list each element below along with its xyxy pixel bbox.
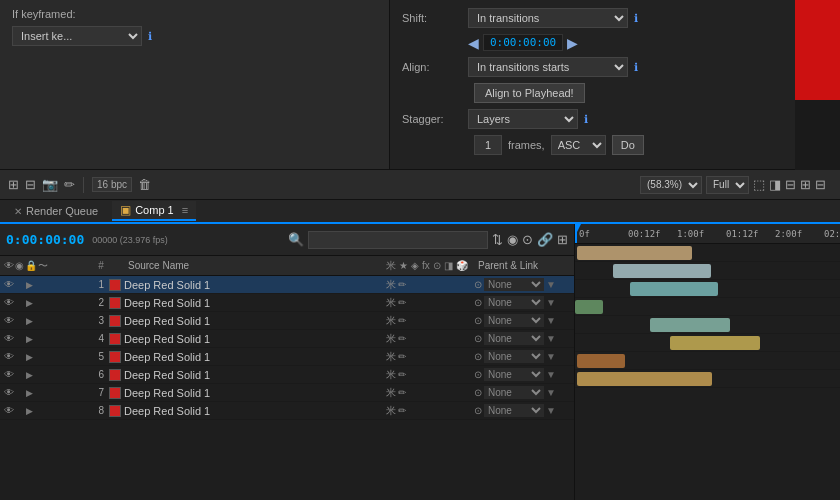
layer-eye-3[interactable]: 👁 [4,315,14,326]
timeline-panel: 0f00:12f1:00f01:12f2:00f02:12f [575,224,840,500]
layer-parent-select-6[interactable]: None [484,368,544,381]
layer-expand-3[interactable]: ▶ [26,316,33,326]
layer-expand-4[interactable]: ▶ [26,334,33,344]
settings-icon[interactable]: ⊟ [785,177,796,192]
layer-expand-1[interactable]: ▶ [26,280,33,290]
ruler-mark-1: 00:12f [628,224,661,243]
grid-view-icon[interactable]: ⊞ [800,177,811,192]
track-row-6[interactable] [575,334,840,352]
stagger-info-icon[interactable]: ℹ [584,113,588,126]
tab-menu-icon[interactable]: ≡ [182,204,188,216]
track-row-7[interactable] [575,352,840,370]
minus-icon[interactable]: ⊟ [25,177,36,192]
layer-eye-2[interactable]: 👁 [4,297,14,308]
col-eye-icon[interactable]: 👁 [4,260,14,271]
track-row-2[interactable] [575,262,840,280]
layer-search-icon[interactable]: 🔍 [288,232,304,247]
layer-pen-icon-4[interactable]: ✏ [398,333,406,344]
layer-pen-icon-7[interactable]: ✏ [398,387,406,398]
stagger-select[interactable]: Layers [468,109,578,129]
insert-select[interactable]: Insert ke... [12,26,142,46]
fit-icon[interactable]: ⬚ [753,177,765,192]
layer-eye-1[interactable]: 👁 [4,279,14,290]
layer-eye-4[interactable]: 👁 [4,333,14,344]
layer-row-8[interactable]: 👁 ▶ 8 Deep Red Solid 1 米 ✏ ⊙ None ▼ [0,402,574,420]
layer-link-icon[interactable]: 🔗 [537,232,553,247]
layer-parent-select-4[interactable]: None [484,332,544,345]
layer-parent-select-3[interactable]: None [484,314,544,327]
camera-icon[interactable]: 📷 [42,177,58,192]
layer-frame-icon[interactable]: ⊞ [557,232,568,247]
layer-pen-icon-3[interactable]: ✏ [398,315,406,326]
layer-icons-6: 米 ✏ [384,368,474,382]
layer-expand-5[interactable]: ▶ [26,352,33,362]
layer-eye-7[interactable]: 👁 [4,387,14,398]
layer-eye-6[interactable]: 👁 [4,369,14,380]
track-row-1[interactable] [575,244,840,262]
layer-parent-select-8[interactable]: None [484,404,544,417]
layer-expand-8[interactable]: ▶ [26,406,33,416]
layer-row-3[interactable]: 👁 ▶ 3 Deep Red Solid 1 米 ✏ ⊙ None ▼ [0,312,574,330]
layer-row-6[interactable]: 👁 ▶ 6 Deep Red Solid 1 米 ✏ ⊙ None ▼ [0,366,574,384]
layer-row-4[interactable]: 👁 ▶ 4 Deep Red Solid 1 米 ✏ ⊙ None ▼ [0,330,574,348]
toolbar-divider-1 [83,177,84,193]
layer-row-2[interactable]: 👁 ▶ 2 Deep Red Solid 1 米 ✏ ⊙ None ▼ [0,294,574,312]
align-to-playhead-button[interactable]: Align to Playhead! [474,83,585,103]
arrow-left-btn[interactable]: ◀ [468,35,479,51]
order-select[interactable]: ASC DESC [551,135,606,155]
ruler-mark-3: 01:12f [726,224,759,243]
layer-parent-icon-2: ⊙ [474,297,482,308]
col-lock-icon[interactable]: 🔒 [25,260,37,271]
layer-pen-icon-6[interactable]: ✏ [398,369,406,380]
tab-comp1[interactable]: ▣ Comp 1 ≡ [112,201,196,221]
shift-select[interactable]: In transitions [468,8,628,28]
render-queue-close[interactable]: ✕ [14,206,22,217]
insert-info-icon[interactable]: ℹ [148,30,152,43]
layer-color-8 [109,405,121,417]
layer-expand-7[interactable]: ▶ [26,388,33,398]
keyframed-label: If keyframed: [12,8,76,20]
layer-eye-8[interactable]: 👁 [4,405,14,416]
layer-color-6 [109,369,121,381]
layer-pen-icon-5[interactable]: ✏ [398,351,406,362]
shift-info-icon[interactable]: ℹ [634,12,638,25]
quality-select[interactable]: Full [706,176,749,194]
layer-parent-select-1[interactable]: None [484,278,544,291]
layer-parent-select-7[interactable]: None [484,386,544,399]
layer-pen-icon-8[interactable]: ✏ [398,405,406,416]
track-row-5[interactable] [575,316,840,334]
layer-parent-select-5[interactable]: None [484,350,544,363]
align-select[interactable]: In transitions starts [468,57,628,77]
col-solo-icon[interactable]: ◉ [15,260,24,271]
arrow-right-btn[interactable]: ▶ [567,35,578,51]
grid-icon[interactable]: ⊞ [8,177,19,192]
trash-icon[interactable]: 🗑 [138,177,151,192]
frames-input[interactable]: 1 [474,135,502,155]
track-row-8[interactable] [575,370,840,388]
view-icon[interactable]: ◨ [769,177,781,192]
do-button[interactable]: Do [612,135,644,155]
layer-row-1[interactable]: 👁 ▶ 1 Deep Red Solid 1 米 ✏ ⊙ None ▼ [0,276,574,294]
layer-pen-icon-2[interactable]: ✏ [398,297,406,308]
layer-motion-icon[interactable]: ⊙ [522,232,533,247]
col-shy-icon[interactable]: 〜 [38,259,48,273]
zoom-select[interactable]: (58.3%) [640,176,702,194]
pen-icon[interactable]: ✏ [64,177,75,192]
layer-expand-6[interactable]: ▶ [26,370,33,380]
layer-row-5[interactable]: 👁 ▶ 5 Deep Red Solid 1 米 ✏ ⊙ None ▼ [0,348,574,366]
track-row-3[interactable] [575,280,840,298]
timecode-fps: 00000 (23.976 fps) [92,235,168,245]
layer-search-input[interactable] [308,231,488,249]
layer-eye-5[interactable]: 👁 [4,351,14,362]
track-row-4[interactable] [575,298,840,316]
layer-parent-select-2[interactable]: None [484,296,544,309]
more-icon[interactable]: ⊟ [815,177,826,192]
layer-row-7[interactable]: 👁 ▶ 7 Deep Red Solid 1 米 ✏ ⊙ None ▼ [0,384,574,402]
layer-pen-icon-1[interactable]: ✏ [398,279,406,290]
tab-render-queue[interactable]: ✕ Render Queue [6,203,106,219]
layer-solo-icon[interactable]: ◉ [507,232,518,247]
layer-expand-2[interactable]: ▶ [26,298,33,308]
layer-sort-icon[interactable]: ⇅ [492,232,503,247]
playhead[interactable] [575,224,577,243]
align-info-icon[interactable]: ℹ [634,61,638,74]
